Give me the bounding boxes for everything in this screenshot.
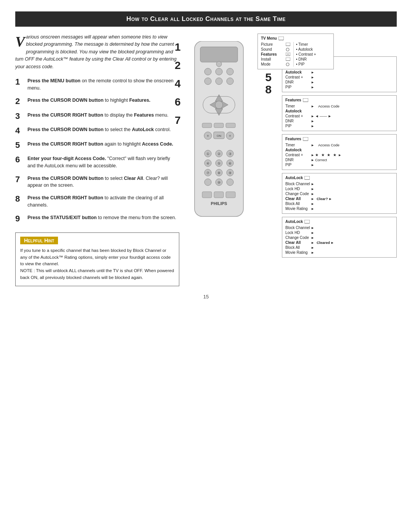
tv-menu-sub-dnr: • DNR	[296, 57, 316, 62]
svg-rect-10	[200, 47, 238, 62]
svg-text:⑧: ⑧	[217, 171, 220, 175]
svg-rect-3	[286, 43, 290, 46]
svg-rect-0	[278, 37, 284, 40]
svg-text:⑦: ⑦	[206, 171, 209, 175]
step-text-5: Press the CURSOR RIGHT button again to h…	[27, 141, 173, 148]
step-number-4: 4	[15, 126, 24, 135]
svg-rect-25	[202, 123, 212, 128]
svg-rect-63	[303, 137, 308, 141]
s4-lock-hd: Lock HD►	[285, 186, 393, 191]
screen5-title: AutoLock	[285, 220, 393, 224]
s5-clear-all: Clear All►Cleared►	[285, 240, 393, 245]
tv-menu-row-features: Features	[261, 52, 290, 57]
step-text-7: Press the CURSOR DOWN button to select C…	[27, 175, 179, 189]
svg-text:PHILIPS: PHILIPS	[211, 201, 227, 206]
step-4: 4 Press the CURSOR DOWN button to select…	[15, 126, 179, 135]
step-text-1: Press the MENU button on the remote cont…	[27, 77, 179, 92]
drop-cap: V	[15, 34, 25, 49]
step-number-7: 7	[15, 175, 24, 184]
tv-menu-row-install: Install	[261, 57, 290, 62]
screen-features-3: Features Timer►Access Code Autolock Cont…	[282, 134, 397, 170]
s2-dnr: DNR►	[285, 119, 393, 123]
screen-features-2: Features Timer►Access Code Autolock Cont…	[282, 95, 397, 131]
step-number-3: 3	[15, 112, 24, 121]
svg-text:④: ④	[206, 162, 209, 165]
step-7: 7 Press the CURSOR DOWN button to select…	[15, 175, 179, 189]
svg-point-16	[216, 78, 222, 85]
autolock-tv-icon-1	[304, 176, 310, 180]
install-icon	[286, 58, 290, 61]
s3-contrast: Contrast +► ★ ★ ★ ★ ►	[285, 152, 393, 157]
step-text-8: Press the CURSOR RIGHT button to activat…	[27, 194, 179, 209]
s5-block-channel: Block Channel►	[285, 225, 393, 230]
s4-block-channel: Block Channel►	[285, 181, 393, 186]
step-number-8: 8	[15, 194, 24, 204]
page-title: How to Clear all Locked Channels at the …	[15, 11, 397, 27]
step-number-5: 5	[15, 141, 24, 150]
step-text-4: Press the CURSOR DOWN button to select t…	[27, 126, 171, 133]
big-step-7: 7	[175, 114, 181, 127]
s3-pip: PIP►	[285, 162, 393, 167]
hint-text: If you tune to a specific channel that h…	[20, 247, 174, 281]
intro-text: Various onscreen messages will appear wh…	[15, 34, 179, 71]
svg-text:⑩: ⑩	[217, 181, 220, 184]
svg-text:+: +	[229, 133, 231, 138]
step-text-6: Enter your four-digit Access Code. "Corr…	[27, 155, 179, 170]
step-8: 8 Press the CURSOR RIGHT button to activ…	[15, 194, 179, 209]
screen2-title: Features	[285, 98, 393, 102]
svg-text:+: +	[207, 133, 209, 138]
sound-icon	[286, 48, 290, 51]
s3-autolock: Autolock	[285, 147, 393, 152]
s4-movie-rating: Movie Rating►	[285, 206, 393, 211]
svg-text:②: ②	[217, 152, 220, 156]
s3-timer: Timer►Access Code	[285, 143, 393, 147]
features-tv-icon-3	[303, 137, 308, 141]
s4-change-code: Change Code►	[285, 191, 393, 196]
svg-point-18	[216, 61, 222, 67]
step-number-9: 9	[15, 214, 24, 223]
features-tv-icon-2	[303, 98, 308, 102]
tv-menu-row-sound: Sound	[261, 47, 290, 52]
screen3-title: Features	[285, 137, 393, 141]
svg-point-55	[227, 179, 233, 186]
s5-block-all: Block All►	[285, 245, 393, 250]
big-step-8: 8	[265, 84, 272, 95]
s1-autolock: Autolock►	[285, 70, 393, 75]
step-number-6: 6	[15, 155, 24, 164]
screen-autolock-1: AutoLock Block Channel► Lock HD► Change …	[282, 173, 397, 214]
big-step-2: 2	[175, 59, 181, 72]
big-step-4: 4	[175, 78, 181, 90]
remote-svg: PHILIPS	[187, 41, 251, 224]
step-9: 9 Press the STATUS/EXIT button to remove…	[15, 214, 179, 223]
svg-point-4	[286, 48, 289, 51]
svg-rect-65	[304, 220, 310, 223]
svg-point-13	[216, 68, 222, 75]
svg-point-8	[286, 63, 289, 66]
s5-change-code: Change Code►	[285, 235, 393, 240]
svg-text:⑤: ⑤	[217, 162, 220, 165]
s3-dnr: DNR►Correct	[285, 157, 393, 162]
steps-list: 1 Press the MENU button on the remote co…	[15, 77, 179, 223]
svg-rect-26	[214, 123, 224, 128]
tv-menu-title: TV Menu	[261, 36, 330, 40]
step-5: 5 Press the CURSOR RIGHT button again to…	[15, 141, 179, 150]
tv-menu-sub-autolock: • Autolock	[296, 47, 316, 52]
svg-point-14	[227, 68, 233, 75]
step-text-2: Press the CURSOR DOWN button to highligh…	[27, 97, 150, 104]
step-numbers-left: 1 2 4 6 7	[175, 41, 181, 127]
s2-timer: Timer►Access Code	[285, 104, 393, 109]
step-6: 6 Enter your four-digit Access Code. "Co…	[15, 155, 179, 170]
big-step-6: 6	[175, 96, 181, 108]
tv-menu-sub-timer: • Timer	[296, 42, 316, 47]
big-step-1: 1	[175, 41, 181, 53]
screens-column: Features Timer► Autolock► Contrast +► DN…	[282, 56, 397, 258]
svg-text:⑥: ⑥	[229, 162, 232, 165]
s1-pip: PIP►	[285, 85, 393, 90]
page-number: 15	[15, 294, 397, 300]
svg-rect-9	[195, 41, 243, 216]
svg-rect-62	[303, 98, 308, 102]
s5-movie-rating: Movie Rating►	[285, 250, 393, 255]
s4-block-all: Block All►	[285, 201, 393, 206]
picture-icon	[286, 43, 290, 46]
hint-box: Helpful Hint If you tune to a specific c…	[15, 232, 179, 286]
